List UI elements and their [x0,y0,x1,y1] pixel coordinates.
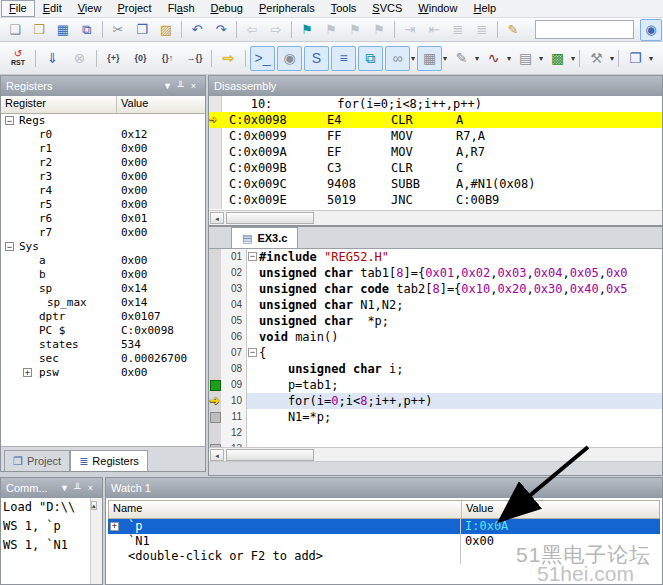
scroll-left-icon[interactable]: ◂ [210,212,224,224]
register-row-sp[interactable]: sp0x14 [1,282,205,296]
code-line-04[interactable]: 04unsigned char N1,N2; [209,297,662,313]
code-line-10[interactable]: ➜10 for(i=0;i<8;i++,p++) [209,393,662,409]
disassembly-window-button[interactable]: ◉ [277,46,302,71]
memory-window-button[interactable]: ▦ [417,46,442,71]
register-row-r3[interactable]: r30x00 [1,170,205,184]
disassembly-row[interactable]: ➜C:0x0098E4CLRA [209,112,662,128]
register-row-r2[interactable]: r20x00 [1,156,205,170]
register-group-sys[interactable]: −Sys [1,240,205,254]
menu-edit[interactable]: Edit [35,0,70,17]
scroll-up-icon[interactable]: ▴ [91,501,97,510]
code-line-01[interactable]: 01−#include "REG52.H" [209,249,662,265]
tab-registers[interactable]: ≣Registers [70,450,148,471]
collapse-icon[interactable]: − [5,242,14,251]
expand-icon[interactable]: + [23,368,32,377]
register-row-states[interactable]: states534 [1,338,205,352]
breakpoint-margin[interactable] [209,313,221,329]
disassembly-source-line[interactable]: 10: for(i=0;i<8;i++,p++) [209,96,662,112]
collapse-icon[interactable]: − [5,116,14,125]
register-row-r5[interactable]: r50x00 [1,198,205,212]
step-into-button[interactable]: {+} [101,46,126,71]
editor-hscrollbar[interactable]: ◂ [209,447,662,462]
command-window-button[interactable]: >_ [250,46,275,71]
save-button[interactable]: ▦ [52,19,74,41]
indent-button[interactable]: ⇥ [399,19,421,41]
column-name[interactable]: Name [109,501,462,518]
breakpoint-margin[interactable] [209,425,221,441]
command-close-icon[interactable]: × [84,483,97,493]
register-row-pc-[interactable]: PC $C:0x0098 [1,324,205,338]
scrollbar-thumb[interactable] [226,212,314,224]
code-line-07[interactable]: 07−{ [209,345,662,361]
register-row-r1[interactable]: r10x00 [1,142,205,156]
find-in-files-button[interactable]: ◉ [640,19,662,41]
register-row-r7[interactable]: r70x00 [1,226,205,240]
menu-flash[interactable]: Flash [160,0,203,17]
register-row-psw[interactable]: +psw0x00 [1,366,205,380]
menu-peripherals[interactable]: Peripherals [251,0,323,17]
code-line-11[interactable]: 11 N1=*p; [209,409,662,425]
reset-cpu-button[interactable]: ↺RST [4,47,32,70]
toolbox-dropdown-icon[interactable]: ▾ [571,54,575,63]
code-line-02[interactable]: 02unsigned char tab1[8]={0x01,0x02,0x03,… [209,265,662,281]
analysis-window-dropdown-icon[interactable]: ▾ [507,54,511,63]
show-next-statement-button[interactable]: ⇨ [216,46,241,71]
register-group-regs[interactable]: −Regs [1,114,205,128]
breakpoint-margin[interactable] [209,409,221,425]
comment-button[interactable]: ≣ [447,19,469,41]
registers-dropdown-icon[interactable]: ▼ [161,81,174,91]
step-out-button[interactable]: {}↑ [155,46,180,71]
registers-pin-icon[interactable]: ╨ [174,81,187,91]
register-row-sp-max[interactable]: sp_max0x14 [1,296,205,310]
scrollbar-thumb[interactable] [226,449,314,461]
debug-tools-button[interactable]: ⚒ [584,46,609,71]
fold-collapse-icon[interactable]: − [248,348,257,357]
run-to-cursor-button[interactable]: →{} [182,46,207,71]
code-editor[interactable]: 01−#include "REG52.H"02unsigned char tab… [209,249,662,447]
watch-window-dropdown-icon[interactable]: ▾ [411,54,415,63]
command-pin-icon[interactable]: ╨ [71,483,84,493]
expand-icon[interactable]: + [110,522,119,531]
system-viewer-button[interactable]: ▤ [513,46,538,71]
disassembly-row[interactable]: C:0x0099FFMOVR7,A [209,128,662,144]
menu-tools[interactable]: Tools [323,0,365,17]
bookmark-prev-button[interactable]: ⚑ [344,19,366,41]
register-row-sec[interactable]: sec0.00026700 [1,352,205,366]
code-line-12[interactable]: 12 [209,425,662,441]
tab-project[interactable]: ❐Project [4,450,70,471]
menu-svcs[interactable]: SVCS [364,0,410,17]
breakpoint-margin[interactable] [209,281,221,297]
breakpoint-margin[interactable] [209,361,221,377]
configure-button[interactable]: ✎ [502,19,524,41]
column-register[interactable]: Register [1,96,117,113]
analysis-window-button[interactable]: ∿ [481,46,506,71]
restore-views-dropdown-icon[interactable]: ▾ [649,54,653,63]
column-value[interactable]: Value [462,501,659,518]
serial-window-dropdown-icon[interactable]: ▾ [475,54,479,63]
breakpoint-margin[interactable] [209,249,221,265]
bookmark-next-button[interactable]: ⚑ [320,19,342,41]
registers-close-icon[interactable]: × [187,81,200,91]
tab-ex3c[interactable]: ▤ EX3.c [231,227,298,248]
navigate-forward-button[interactable]: ⇨ [265,19,287,41]
disassembly-row[interactable]: C:0x009C9408SUBBA,#N1(0x08) [209,176,662,192]
save-all-button[interactable]: ⧉ [76,19,98,41]
code-line-05[interactable]: 05unsigned char *p; [209,313,662,329]
column-value[interactable]: Value [117,96,205,113]
menu-help[interactable]: Help [465,0,504,17]
callstack-window-button[interactable]: ⧉ [358,46,383,71]
register-row-b[interactable]: b0x00 [1,268,205,282]
breakpoint-margin[interactable] [209,297,221,313]
bookmark-toggle-button[interactable]: ⚑ [296,19,318,41]
code-line-09[interactable]: 09 p=tab1; [209,377,662,393]
uncomment-button[interactable]: ≣ [471,19,493,41]
menu-view[interactable]: View [70,0,110,17]
register-row-r4[interactable]: r40x00 [1,184,205,198]
bookmark-clear-button[interactable]: ⚑ [368,19,390,41]
code-line-08[interactable]: 08 unsigned char i; [209,361,662,377]
register-row-r0[interactable]: r00x12 [1,128,205,142]
menu-project[interactable]: Project [109,0,159,17]
watch-row[interactable]: +`pI:0x0A [108,519,660,534]
open-file-button[interactable]: ❒ [28,19,50,41]
watch-window-button[interactable]: ∞ [385,46,410,71]
